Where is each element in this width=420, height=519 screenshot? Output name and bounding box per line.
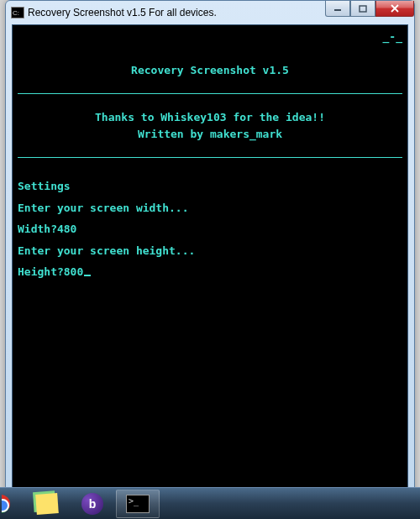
- minimize-button[interactable]: [325, 1, 350, 17]
- prompt-width-text: Enter your screen width...: [18, 200, 402, 217]
- window-controls: [325, 1, 414, 17]
- width-value: 480: [57, 223, 76, 235]
- app-header-title: Recovery Screenshot v1.5: [18, 62, 402, 79]
- width-input-line: Width?480: [18, 221, 402, 238]
- close-button[interactable]: [375, 1, 414, 17]
- height-input-line[interactable]: Height?800: [18, 264, 402, 280]
- decorative-dashes: _-_: [18, 29, 402, 45]
- divider-line: [18, 157, 402, 158]
- client-area: _-_ Recovery Screenshot v1.5 Thanks to W…: [12, 24, 408, 489]
- chrome-icon: [2, 495, 10, 513]
- height-value: 800: [64, 265, 83, 278]
- svg-rect-1: [360, 6, 366, 12]
- text-cursor: [84, 275, 91, 276]
- taskbar[interactable]: b >_: [0, 487, 420, 519]
- prompt-height-text: Enter your screen height...: [18, 243, 402, 260]
- height-prompt: Height?: [18, 265, 64, 278]
- settings-label: Settings: [18, 178, 402, 195]
- taskbar-item-bittorrent[interactable]: b: [71, 490, 114, 518]
- taskbar-item-command-prompt[interactable]: >_: [116, 490, 160, 518]
- width-prompt: Width?: [18, 223, 57, 235]
- titlebar[interactable]: C: Recovery Screenshot v1.5 For all devi…: [6, 1, 414, 24]
- console-output[interactable]: _-_ Recovery Screenshot v1.5 Thanks to W…: [13, 25, 407, 488]
- divider-line: [18, 93, 402, 94]
- svg-rect-0: [334, 9, 341, 11]
- written-by-line: Written by makers_mark: [18, 126, 402, 143]
- thanks-line: Thanks to Whiskey103 for the idea!!: [18, 109, 402, 126]
- command-prompt-icon: >_: [126, 495, 150, 513]
- maximize-button[interactable]: [350, 1, 375, 17]
- taskbar-item-chrome[interactable]: [2, 490, 24, 518]
- bittorrent-icon: b: [81, 493, 103, 515]
- app-window: C: Recovery Screenshot v1.5 For all devi…: [5, 0, 415, 495]
- sticky-notes-icon: [35, 493, 59, 515]
- taskbar-item-sticky-notes[interactable]: [25, 490, 69, 518]
- cmd-icon: C:: [11, 7, 24, 18]
